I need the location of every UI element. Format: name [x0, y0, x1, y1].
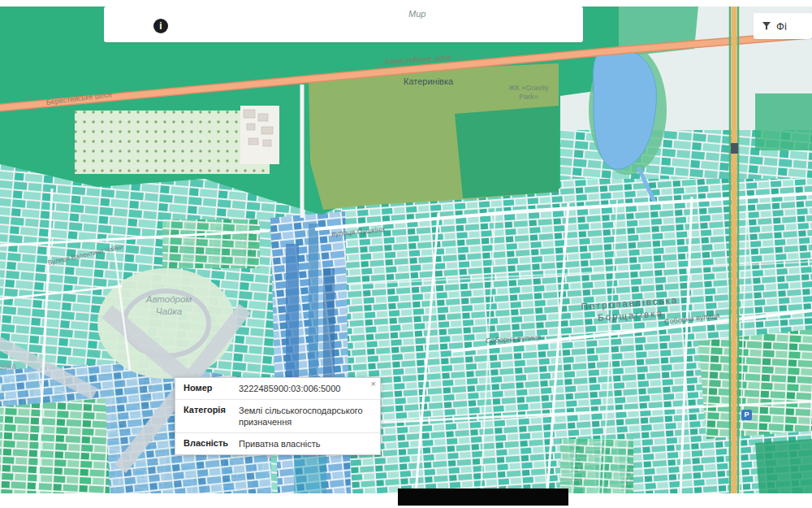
popup-label: Власність — [184, 438, 239, 449]
info-button[interactable]: i — [153, 19, 168, 33]
road-marker — [731, 143, 738, 154]
popup-label: Категорія — [184, 405, 239, 428]
filter-button[interactable]: Фі — [754, 13, 812, 39]
filter-label: Фі — [776, 20, 787, 33]
toolbar: i — [104, 7, 583, 42]
popup-row-ownership: Власність Приватна власність — [175, 433, 380, 454]
parking-icon: Р — [741, 410, 752, 420]
top-margin — [0, 0, 812, 7]
popup-value: Приватна власність — [239, 438, 320, 449]
map-canvas[interactable] — [0, 0, 812, 493]
cadastral-map-app: Мир Берестейське шосе Берестейське шосе … — [0, 0, 812, 508]
parcel-info-popup: × Номер 3222485900:03:006:5000 Категорія… — [175, 377, 381, 455]
popup-value: Землі сільськогосподарського призначення — [239, 405, 372, 428]
popup-label: Номер — [184, 383, 239, 394]
road-vertical-right — [730, 0, 738, 493]
popup-close-button[interactable]: × — [371, 379, 376, 389]
filter-funnel-icon — [762, 21, 771, 31]
popup-row-category: Категорія Землі сільськогосподарського п… — [175, 400, 380, 433]
home-indicator-bar — [398, 488, 568, 506]
popup-value: 3222485900:03:006:5000 — [239, 383, 340, 394]
popup-row-number: Номер 3222485900:03:006:5000 — [175, 378, 380, 400]
